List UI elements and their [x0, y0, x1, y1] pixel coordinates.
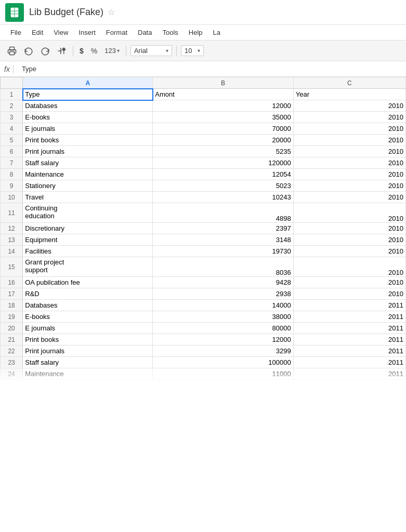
cell-b-18[interactable]: 14000 — [153, 300, 293, 311]
cell-c-13[interactable]: 2010 — [293, 234, 405, 246]
row-number: 17 — [1, 288, 23, 300]
cell-a-9[interactable]: Stationery — [23, 180, 153, 192]
cell-b-17[interactable]: 2938 — [153, 288, 293, 300]
font-selector[interactable]: Arial ▾ — [130, 45, 172, 56]
cell-b-24[interactable]: 11000 — [153, 368, 293, 380]
cell-c-21[interactable]: 2011 — [293, 334, 405, 345]
cell-b-14[interactable]: 19730 — [153, 246, 293, 257]
cell-a-12[interactable]: Discretionary — [23, 223, 153, 234]
cell-c-2[interactable]: 2010 — [293, 100, 405, 112]
cell-a-11[interactable]: Continuing education — [23, 203, 153, 223]
cell-b-5[interactable]: 20000 — [153, 135, 293, 146]
cell-a-10[interactable]: Travel — [23, 192, 153, 203]
cell-b-3[interactable]: 35000 — [153, 112, 293, 123]
cell-a-23[interactable]: Staff salary — [23, 357, 153, 368]
menu-view[interactable]: View — [49, 27, 72, 38]
cell-a-21[interactable]: Print books — [23, 334, 153, 345]
cell-b-11[interactable]: 4898 — [153, 203, 293, 223]
cell-c-24[interactable]: 2011 — [293, 368, 405, 380]
cell-c-5[interactable]: 2010 — [293, 135, 405, 146]
table-row: 20E journals800002011 — [1, 323, 406, 334]
cell-a-18[interactable]: Databases — [23, 300, 153, 311]
cell-b-16[interactable]: 9428 — [153, 277, 293, 288]
dollar-format-button[interactable]: $ — [77, 46, 86, 56]
paint-format-button[interactable] — [55, 45, 69, 57]
cell-b-13[interactable]: 3148 — [153, 234, 293, 246]
cell-c-17[interactable]: 2010 — [293, 288, 405, 300]
menu-help[interactable]: Help — [185, 27, 207, 38]
cell-b-9[interactable]: 5023 — [153, 180, 293, 192]
menu-file[interactable]: File — [6, 27, 25, 38]
row-number: 11 — [1, 203, 23, 223]
cell-a-5[interactable]: Print books — [23, 135, 153, 146]
cell-b-10[interactable]: 10243 — [153, 192, 293, 203]
cell-a-6[interactable]: Print journals — [23, 146, 153, 157]
cell-b-12[interactable]: 2397 — [153, 223, 293, 234]
row-number: 5 — [1, 135, 23, 146]
font-size-dropdown-arrow: ▾ — [198, 48, 200, 54]
cell-b-2[interactable]: 12000 — [153, 100, 293, 112]
cell-b-7[interactable]: 120000 — [153, 157, 293, 169]
cell-c-12[interactable]: 2010 — [293, 223, 405, 234]
cell-c-20[interactable]: 2011 — [293, 323, 405, 334]
cell-b-23[interactable]: 100000 — [153, 357, 293, 368]
cell-a-1[interactable]: Type — [23, 89, 153, 100]
cell-c-6[interactable]: 2010 — [293, 146, 405, 157]
undo-button[interactable] — [22, 45, 35, 57]
cell-a-15[interactable]: Grant project support — [23, 257, 153, 277]
cell-a-13[interactable]: Equipment — [23, 234, 153, 246]
redo-button[interactable] — [38, 45, 52, 57]
cell-a-22[interactable]: Print journals — [23, 345, 153, 357]
cell-a-7[interactable]: Staff salary — [23, 157, 153, 169]
cell-b-19[interactable]: 38000 — [153, 311, 293, 323]
menu-format[interactable]: Format — [102, 27, 132, 38]
cell-c-10[interactable]: 2010 — [293, 192, 405, 203]
cell-b-6[interactable]: 5235 — [153, 146, 293, 157]
cell-a-24[interactable]: Maintenance — [23, 368, 153, 380]
cell-c-18[interactable]: 2011 — [293, 300, 405, 311]
cell-c-4[interactable]: 2010 — [293, 123, 405, 135]
cell-a-16[interactable]: OA pubilcation fee — [23, 277, 153, 288]
cell-c-14[interactable]: 2010 — [293, 246, 405, 257]
cell-c-8[interactable]: 2010 — [293, 169, 405, 180]
col-header-c[interactable]: C — [293, 77, 405, 89]
menu-edit[interactable]: Edit — [28, 27, 47, 38]
cell-c-23[interactable]: 2011 — [293, 357, 405, 368]
number-format-button[interactable]: 123 ▾ — [102, 46, 122, 56]
percent-format-button[interactable]: % — [89, 46, 99, 56]
cell-c-7[interactable]: 2010 — [293, 157, 405, 169]
cell-b-8[interactable]: 12054 — [153, 169, 293, 180]
cell-c-1[interactable]: Year — [293, 89, 405, 100]
menu-data[interactable]: Data — [134, 27, 156, 38]
font-dropdown-arrow: ▾ — [166, 48, 168, 54]
cell-b-4[interactable]: 70000 — [153, 123, 293, 135]
cell-a-4[interactable]: E journals — [23, 123, 153, 135]
menu-insert[interactable]: Insert — [74, 27, 100, 38]
cell-a-14[interactable]: Facilities — [23, 246, 153, 257]
cell-a-17[interactable]: R&D — [23, 288, 153, 300]
cell-a-8[interactable]: Maintenance — [23, 169, 153, 180]
cell-a-20[interactable]: E journals — [23, 323, 153, 334]
cell-b-21[interactable]: 12000 — [153, 334, 293, 345]
cell-a-2[interactable]: Databases — [23, 100, 153, 112]
cell-c-9[interactable]: 2010 — [293, 180, 405, 192]
cell-c-19[interactable]: 2011 — [293, 311, 405, 323]
cell-c-22[interactable]: 2011 — [293, 345, 405, 357]
cell-b-20[interactable]: 80000 — [153, 323, 293, 334]
cell-b-22[interactable]: 3299 — [153, 345, 293, 357]
col-header-a[interactable]: A — [23, 77, 153, 89]
font-size-selector[interactable]: 10 ▾ — [181, 45, 204, 56]
menu-la[interactable]: La — [209, 27, 225, 38]
cell-b-15[interactable]: 8036 — [153, 257, 293, 277]
cell-c-15[interactable]: 2010 — [293, 257, 405, 277]
star-icon[interactable]: ☆ — [108, 7, 115, 17]
cell-a-3[interactable]: E-books — [23, 112, 153, 123]
menu-tools[interactable]: Tools — [158, 27, 182, 38]
cell-c-3[interactable]: 2010 — [293, 112, 405, 123]
cell-c-11[interactable]: 2010 — [293, 203, 405, 223]
col-header-b[interactable]: B — [153, 77, 293, 89]
cell-b-1[interactable]: Amont — [153, 89, 293, 100]
cell-a-19[interactable]: E-books — [23, 311, 153, 323]
cell-c-16[interactable]: 2010 — [293, 277, 405, 288]
print-button[interactable] — [5, 45, 19, 57]
